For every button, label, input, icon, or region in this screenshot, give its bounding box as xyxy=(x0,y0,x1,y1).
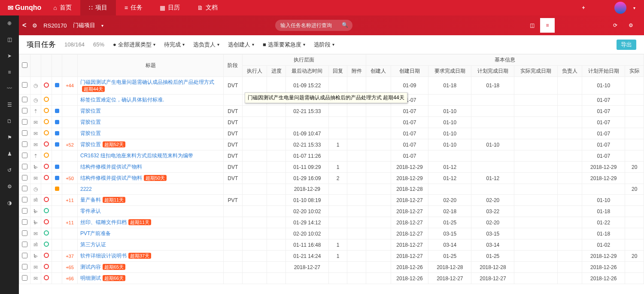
plan-cell xyxy=(471,95,514,106)
row-checkbox[interactable] xyxy=(22,97,27,102)
task-title-cell[interactable]: CR1632 纽扣电池座来料方式后续规范来料为编带 xyxy=(78,150,224,162)
gear-icon[interactable]: ⚙ xyxy=(32,22,37,29)
sidebar-history-icon[interactable]: ↺ xyxy=(5,166,14,175)
sidebar-more-icon[interactable]: ◑ xyxy=(5,199,14,207)
row-checkbox[interactable] xyxy=(22,130,27,136)
task-title-cell[interactable]: 背胶位置 xyxy=(78,106,224,117)
row-checkbox[interactable] xyxy=(22,119,27,125)
sidebar-list-icon[interactable]: ≡ xyxy=(5,68,14,77)
select-all-checkbox[interactable] xyxy=(22,62,27,68)
task-title-cell[interactable]: 背胶位置 xyxy=(78,128,224,139)
task-title-cell[interactable]: 结构件修模并提供试产物料超期50天 xyxy=(78,173,224,184)
row-checkbox[interactable] xyxy=(22,141,27,147)
row-checkbox[interactable] xyxy=(22,153,27,158)
row-checkbox[interactable] xyxy=(22,208,27,214)
table-row[interactable]: ✉+66明细测试超期66天2018-12-262018-12-272018-12… xyxy=(19,273,644,284)
table-row[interactable]: ✉+52背胶位置超期52天DVT02-21 15:33101-0701-1001… xyxy=(19,139,644,150)
project-name[interactable]: 门磁项目 xyxy=(73,21,95,29)
task-title-cell[interactable]: 标签位置难定位，确认具体贴付标准. xyxy=(78,95,224,106)
table-row[interactable]: ⛷+11丝印、镭雕文件归档超期11天01-29 14:122018-12-270… xyxy=(19,217,644,228)
filter-stage[interactable]: 选阶段 ▾ xyxy=(314,41,334,49)
task-title-cell[interactable]: 2222 xyxy=(78,184,224,195)
plan-cell xyxy=(471,150,514,162)
status-dot xyxy=(44,97,49,102)
view-board-button[interactable]: ◫ xyxy=(525,18,539,33)
row-checkbox[interactable] xyxy=(22,197,27,202)
sidebar-send-icon[interactable]: ➤ xyxy=(5,52,14,60)
table-row[interactable]: ✉背胶位置DVT01-0701-1001-07 xyxy=(19,117,644,128)
row-checkbox[interactable] xyxy=(22,164,27,169)
table-row[interactable]: ✉PVT产前准备02-20 10:022018-12-2703-1503-150… xyxy=(19,228,644,239)
avatar[interactable] xyxy=(614,2,626,14)
filter-priority[interactable]: ■ 选重要紧急度 ▾ xyxy=(263,41,305,49)
row-checkbox[interactable] xyxy=(22,230,27,236)
row-checkbox[interactable] xyxy=(22,186,27,191)
topnav-item-2[interactable]: ≡任务 xyxy=(116,0,151,15)
due-cell: 01-25 xyxy=(428,217,471,228)
refresh-button[interactable]: ⟳ xyxy=(608,18,623,33)
table-row[interactable]: ✉̂+11量产备料超期11天PVT01-10 08:192018-12-2702… xyxy=(19,195,644,206)
sidebar-chart-icon[interactable]: 〰 xyxy=(5,84,14,93)
overdue-count: +66 xyxy=(62,273,78,284)
filter-status[interactable]: 待完成 ▾ xyxy=(164,41,185,49)
row-checkbox[interactable] xyxy=(22,219,27,225)
table-row[interactable]: ◷+44门磁因测试产生电量问题需确认成品抽检后的产品处理方式超期44天DVT01… xyxy=(19,77,644,95)
filter-creator[interactable]: 选创建人 ▾ xyxy=(228,41,254,49)
task-title-cell[interactable]: 背胶位置超期52天 xyxy=(78,139,224,150)
task-title-cell[interactable]: 软件详细设计说明书超期37天 xyxy=(78,251,224,262)
task-table: 标题 阶段 执行层面 基本信息 执行人 进度 最后动态时间 回复 附件 创建人 … xyxy=(19,54,644,284)
sidebar-flag-icon[interactable]: ⚑ xyxy=(5,133,14,142)
table-row[interactable]: ✉̂第三方认证01-11 16:4812018-12-2703-1403-140… xyxy=(19,239,644,251)
task-title-cell[interactable]: PVT产前准备 xyxy=(78,228,224,239)
task-title-cell[interactable]: 门磁因测试产生电量问题需确认成品抽检后的产品处理方式超期44天 xyxy=(78,77,224,95)
task-title-cell[interactable]: 测试内容超期65天 xyxy=(78,262,224,273)
filter-owner[interactable]: 选负责人 ▾ xyxy=(193,41,219,49)
task-title-cell[interactable]: 丝印、镭雕文件归档超期11天 xyxy=(78,217,224,228)
task-title-cell[interactable]: 零件承认 xyxy=(78,206,224,217)
task-title-cell[interactable]: 背胶位置 xyxy=(78,117,224,128)
settings-button[interactable]: ⚙ xyxy=(623,18,638,33)
table-row[interactable]: ⇡CR1632 纽扣电池座来料方式后续规范来料为编带DVT01-07 11:26… xyxy=(19,150,644,162)
sidebar-settings-icon[interactable]: ⚙ xyxy=(5,182,14,191)
table-row[interactable]: ✉+65测试内容超期65天2018-12-272018-12-262018-12… xyxy=(19,262,644,273)
row-checkbox[interactable] xyxy=(22,175,27,181)
topnav-item-1[interactable]: ∷项目 xyxy=(80,0,116,15)
user-menu-caret[interactable]: ▾ xyxy=(633,6,635,10)
sidebar-file-icon[interactable]: 🗋 xyxy=(5,117,14,126)
table-row[interactable]: ⛷+37软件详细设计说明书超期37天01-21 14:2412018-12-27… xyxy=(19,251,644,262)
table-row[interactable]: ◷22222018-12-292018-12-2820 xyxy=(19,184,644,195)
row-checkbox[interactable] xyxy=(22,275,27,281)
export-button[interactable]: 导出 xyxy=(617,40,636,50)
topnav-item-4[interactable]: 🗎文档 xyxy=(188,0,226,15)
filter-progress-type[interactable]: ● 全部进展类型 ▾ xyxy=(113,41,155,49)
sidebar-user-icon[interactable]: ♟ xyxy=(5,150,14,158)
task-title-cell[interactable]: 第三方认证 xyxy=(78,239,224,251)
sidebar-add-icon[interactable]: ⊕ xyxy=(5,19,14,28)
row-checkbox[interactable] xyxy=(22,108,27,113)
row-checkbox[interactable] xyxy=(22,82,27,88)
task-title-cell[interactable]: 明细测试超期66天 xyxy=(78,273,224,284)
row-checkbox[interactable] xyxy=(22,264,27,270)
search-icon[interactable]: 🔍 xyxy=(342,22,348,28)
add-button[interactable]: + xyxy=(579,3,588,12)
task-title-cell[interactable]: 结构件修模并提供试产物料 xyxy=(78,162,224,173)
row-checkbox[interactable] xyxy=(22,242,27,247)
back-button[interactable]: < xyxy=(22,21,26,29)
table-row[interactable]: ✉背胶位置DVT01-09 10:4701-0701-1001-07 xyxy=(19,128,644,139)
brand-logo[interactable]: ✉ Gunqho xyxy=(4,4,45,12)
task-search-input[interactable] xyxy=(275,20,352,31)
table-row[interactable]: ⛷零件承认02-20 10:022018-12-2702-1803-2201-1… xyxy=(19,206,644,217)
overdue-badge: 超期66天 xyxy=(103,275,125,281)
topnav-item-3[interactable]: ▦日历 xyxy=(151,0,188,15)
table-row[interactable]: ✉+50结构件修模并提供试产物料超期50天DVT01-29 16:0922018… xyxy=(19,173,644,184)
topnav-item-0[interactable]: ⌂首页 xyxy=(45,0,80,15)
view-list-button[interactable]: ≡ xyxy=(540,18,555,33)
table-row[interactable]: ⇡背胶位置DVT02-21 15:3301-0701-1001-07 xyxy=(19,106,644,117)
sidebar-board-icon[interactable]: ◫ xyxy=(5,35,14,44)
col-actual: 实际完成日期 xyxy=(514,66,557,77)
table-row[interactable]: ⛷结构件修模并提供试产物料DVT01-11 09:2912018-12-2901… xyxy=(19,162,644,173)
project-dropdown-caret[interactable]: ▾ xyxy=(101,23,103,28)
task-title-cell[interactable]: 量产备料超期11天 xyxy=(78,195,224,206)
row-checkbox[interactable] xyxy=(22,253,27,258)
sidebar-doc-icon[interactable]: ☰ xyxy=(5,101,14,109)
